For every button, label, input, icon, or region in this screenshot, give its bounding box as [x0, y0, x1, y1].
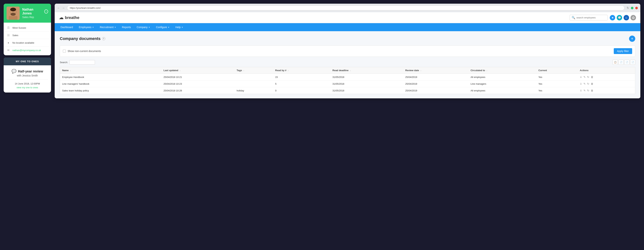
download-icon-2[interactable]: ⇓ — [580, 89, 582, 92]
chat-button[interactable]: 💬 — [617, 15, 622, 21]
profile-link-icon[interactable]: → — [44, 10, 48, 14]
download-icon-1[interactable]: ⇓ — [580, 82, 582, 85]
readby-sort-icon[interactable]: ↕ — [288, 70, 289, 72]
help-caret: ▼ — [181, 26, 183, 28]
email-link[interactable]: nathan@mycompany.co.uk — [12, 49, 41, 52]
cell-current-2: Yes — [536, 87, 578, 94]
main-content: Company documents ? + Show non-current d… — [55, 31, 640, 98]
col-current: Current — [536, 67, 578, 74]
cell-circulated-0: All employees — [468, 74, 536, 81]
one-to-ones-header: MY ONE TO ONES — [4, 58, 51, 65]
col-tags[interactable]: Tags ↕ — [234, 67, 273, 74]
table-search-input[interactable] — [70, 60, 95, 65]
location-icon: ● — [6, 41, 10, 45]
nav-configure[interactable]: Configure ▼ — [153, 23, 172, 31]
name-sort-icon[interactable]: ↕ — [70, 70, 71, 72]
nav-employees[interactable]: Employees ▼ — [76, 23, 97, 31]
power-button[interactable]: ⏻ — [630, 15, 636, 21]
meeting-subtitle: with Jessica Smith — [6, 74, 48, 77]
copy-icon[interactable]: 📋 — [613, 60, 618, 65]
view-one-to-ones-link[interactable]: view my one to ones — [6, 86, 48, 89]
search-input[interactable] — [576, 16, 606, 19]
browser-controls: ↻ — [627, 6, 638, 10]
team-item: ☷ Sales — [4, 32, 51, 39]
circulated-sort-icon[interactable]: ↕ — [486, 70, 487, 72]
star-button[interactable]: ★ — [610, 15, 615, 21]
cell-review-1: 25/04/2019 — [403, 81, 468, 87]
cell-readby-0: 15 — [273, 74, 330, 81]
pdf-icon[interactable]: 📄 — [630, 60, 635, 65]
browser-chrome: ← → https://yourteam.breathr.com/ ↻ — [55, 4, 640, 12]
profile-card: Nathan Jones → Sales Rep ☶ West Sussex ☷… — [4, 4, 51, 55]
browser-window: ← → https://yourteam.breathr.com/ ↻ ☁ br… — [55, 4, 640, 98]
email-icon: ✉ — [6, 48, 10, 52]
refresh-button[interactable]: ↻ — [627, 6, 629, 10]
col-last-updated[interactable]: Last updated ↕ — [161, 67, 234, 74]
delete-icon-0[interactable]: 🗑 — [591, 76, 593, 79]
search-box[interactable]: 🔍 — [570, 15, 608, 21]
col-review-date[interactable]: Review date ↕ — [403, 67, 468, 74]
profile-name[interactable]: Nathan Jones → — [22, 8, 48, 15]
tags-sort-icon[interactable]: ↕ — [244, 70, 244, 72]
search-row: Search: 📋 📄 📄 📄 — [60, 60, 635, 65]
edit-icon-1[interactable]: ✎ — [584, 82, 586, 85]
chat-icon: 💬 — [12, 69, 16, 74]
cell-tags-0 — [234, 74, 273, 81]
location-item: ● No location available — [4, 39, 51, 47]
cell-readby-2: 0 — [273, 87, 330, 94]
svg-rect-3 — [9, 16, 18, 20]
col-actions: Actions — [578, 67, 635, 74]
back-button[interactable]: ← — [57, 7, 60, 10]
col-read-deadline[interactable]: Read deadline ↕ — [330, 67, 403, 74]
resend-icon-0[interactable]: ↻ — [587, 76, 589, 79]
csv-icon[interactable]: 📄 — [618, 60, 624, 65]
resend-icon-2[interactable]: ↻ — [587, 89, 589, 92]
add-document-button[interactable]: + — [629, 36, 635, 42]
cell-name-2: Sales team holiday policy — [60, 87, 162, 94]
deadline-sort-icon[interactable]: ↕ — [350, 70, 351, 72]
review-sort-icon[interactable]: ↕ — [420, 70, 421, 72]
edit-icon-2[interactable]: ✎ — [584, 89, 586, 92]
table-row: Employee Handbook 25/04/2018 10:21 15 31… — [60, 74, 635, 81]
nav-dashboard[interactable]: Dashboard — [58, 23, 76, 31]
department-item: ☶ West Sussex — [4, 24, 51, 32]
user-button[interactable]: ☺ — [624, 15, 629, 21]
app-content: ☁ breathe 🔍 ★ 💬 ☺ ⏻ Dashboard — [55, 12, 640, 98]
page-title: Company documents ? — [60, 36, 105, 41]
filter-row: Show non-current documents Apply filter — [60, 46, 635, 57]
edit-icon-0[interactable]: ✎ — [584, 76, 586, 79]
cell-deadline-1: 31/05/2018 — [330, 81, 403, 87]
avatar — [6, 7, 20, 20]
download-icon-0[interactable]: ⇓ — [580, 76, 582, 79]
forward-button[interactable]: → — [62, 7, 65, 10]
apply-filter-button[interactable]: Apply filter — [614, 48, 632, 54]
header-icons: ★ 💬 ☺ ⏻ — [610, 15, 636, 21]
non-current-filter[interactable]: Show non-current documents — [63, 50, 101, 53]
delete-icon-1[interactable]: 🗑 — [591, 82, 593, 85]
breathe-logo: ☁ breathe — [59, 15, 79, 20]
cell-deadline-0: 31/05/2018 — [330, 74, 403, 81]
cell-actions-2: ⇓ ✎ ↻ 🗑 — [578, 87, 635, 94]
email-item[interactable]: ✉ nathan@mycompany.co.uk — [4, 47, 51, 54]
address-bar[interactable]: https://yourteam.breathr.com/ — [67, 6, 624, 11]
updated-sort-icon[interactable]: ↕ — [180, 70, 180, 72]
cell-review-2: 25/04/2019 — [403, 87, 468, 94]
cell-current-1: Yes — [536, 81, 578, 87]
col-name[interactable]: Name ↕ — [60, 67, 162, 74]
nav-help[interactable]: Help ▼ — [172, 23, 186, 31]
cell-tags-2: holiday — [234, 87, 273, 94]
col-circulated[interactable]: Circulated to ↕ — [468, 67, 536, 74]
col-read-by[interactable]: Read by # ↕ — [273, 67, 330, 74]
cell-updated-2: 25/04/2018 10:28 — [161, 87, 234, 94]
nav-company[interactable]: Company ▼ — [134, 23, 153, 31]
nav-reports[interactable]: Reports — [119, 23, 134, 31]
resend-icon-1[interactable]: ↻ — [587, 82, 589, 85]
delete-icon-2[interactable]: 🗑 — [591, 89, 593, 92]
cloud-icon: ☁ — [59, 15, 64, 20]
left-panel: Nathan Jones → Sales Rep ☶ West Sussex ☷… — [4, 4, 51, 93]
nav-bar: Dashboard Employees ▼ Recruitment ▼ Repo… — [55, 23, 640, 31]
excel-icon[interactable]: 📄 — [624, 60, 630, 65]
help-icon[interactable]: ? — [102, 37, 105, 40]
non-current-checkbox[interactable] — [63, 50, 66, 53]
nav-recruitment[interactable]: Recruitment ▼ — [97, 23, 119, 31]
